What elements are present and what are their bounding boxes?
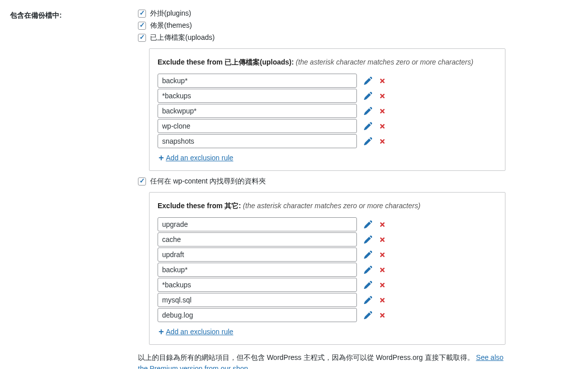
delete-icon[interactable] [379,123,386,130]
exclude-heading-others: Exclude these from 其它: (the asterisk cha… [158,201,497,211]
exclusion-rule-input[interactable] [158,278,357,292]
exclusion-rule-input[interactable] [158,217,357,231]
exclude-heading-uploads: Exclude these from 已上傳檔案(uploads): (the … [158,57,497,68]
exclusion-rule-row [158,217,497,231]
delete-icon[interactable] [379,221,386,228]
exclusion-rule-input[interactable] [158,119,357,133]
pencil-icon[interactable] [364,266,372,274]
exclude-heading-prefix: Exclude these from 已上傳檔案(uploads): [158,58,294,66]
pencil-icon[interactable] [364,251,372,259]
delete-icon[interactable] [379,138,386,145]
delete-icon[interactable] [379,78,386,84]
add-rule-row[interactable]: + Add an exclusion rule [159,153,497,162]
exclusion-rule-input[interactable] [158,263,357,277]
section-label: 包含在備份檔中: [10,11,62,19]
exclusion-rule-input[interactable] [158,248,357,262]
exclusion-rule-input[interactable] [158,308,357,322]
pencil-icon[interactable] [364,296,372,304]
exclusion-rule-row [158,232,497,247]
exclusion-rule-row [158,278,497,292]
checkbox-wpcontent[interactable] [138,177,146,186]
add-rule-row[interactable]: + Add an exclusion rule [159,327,497,336]
exclusion-rule-row [158,293,497,307]
exclude-heading-hint: (the asterisk character matches zero or … [243,202,420,210]
pencil-icon[interactable] [364,92,372,100]
exclusion-rule-input[interactable] [158,104,357,118]
pencil-icon[interactable] [364,137,372,145]
exclusion-rule-input[interactable] [158,293,357,307]
exclusion-rule-input[interactable] [158,134,357,148]
exclude-heading-hint: (the asterisk character matches zero or … [296,58,473,66]
pencil-icon[interactable] [364,235,372,243]
exclusion-rule-row [158,104,497,118]
checkbox-label-plugins: 外掛(plugins) [150,9,191,18]
pencil-icon[interactable] [364,281,372,289]
checkbox-label-themes: 佈景(themes) [150,21,192,30]
checkbox-uploads[interactable] [138,34,146,42]
checkbox-row-themes: 佈景(themes) [138,21,505,30]
exclusion-rule-row [158,119,497,133]
checkbox-label-uploads: 已上傳檔案(uploads) [150,33,214,42]
exclusion-rule-input[interactable] [158,89,357,103]
delete-icon[interactable] [379,297,386,303]
delete-icon[interactable] [379,93,386,99]
exclusion-rule-input[interactable] [158,74,357,88]
add-exclusion-rule-link[interactable]: Add an exclusion rule [166,328,234,336]
exclusion-rule-row [158,248,497,262]
exclusion-rule-row [158,134,497,148]
checkbox-label-wpcontent: 任何在 wp-content 內找尋到的資料夾 [150,177,266,186]
exclusion-rule-row [158,89,497,103]
exclusion-rule-row [158,74,497,88]
exclusion-rule-input[interactable] [158,232,357,247]
pencil-icon[interactable] [364,122,372,130]
delete-icon[interactable] [379,108,386,114]
delete-icon[interactable] [379,252,386,258]
pencil-icon[interactable] [364,107,372,115]
delete-icon[interactable] [379,282,386,288]
pencil-icon[interactable] [364,220,372,228]
delete-icon[interactable] [379,236,386,243]
exclude-heading-prefix: Exclude these from 其它: [158,202,241,210]
delete-icon[interactable] [379,267,386,273]
checkbox-themes[interactable] [138,22,146,30]
add-exclusion-rule-link[interactable]: Add an exclusion rule [166,154,234,162]
footer-text-content: 以上的目錄為所有的網站項目，但不包含 WordPress 主程式，因為你可以從 … [138,353,476,361]
pencil-icon[interactable] [364,311,372,319]
pencil-icon[interactable] [364,77,372,85]
exclusion-rule-row [158,308,497,322]
exclude-box-others: Exclude these from 其它: (the asterisk cha… [149,192,505,345]
checkbox-row-plugins: 外掛(plugins) [138,9,505,18]
plus-icon: + [159,327,164,336]
delete-icon[interactable] [379,312,386,319]
checkbox-row-wpcontent: 任何在 wp-content 內找尋到的資料夾 [138,177,505,186]
exclusion-rule-row [158,263,497,277]
checkbox-row-uploads: 已上傳檔案(uploads) [138,33,505,42]
checkbox-plugins[interactable] [138,10,146,18]
footer-text: 以上的目錄為所有的網站項目，但不包含 WordPress 主程式，因為你可以從 … [138,352,505,369]
plus-icon: + [159,153,164,162]
exclude-box-uploads: Exclude these from 已上傳檔案(uploads): (the … [149,48,505,171]
